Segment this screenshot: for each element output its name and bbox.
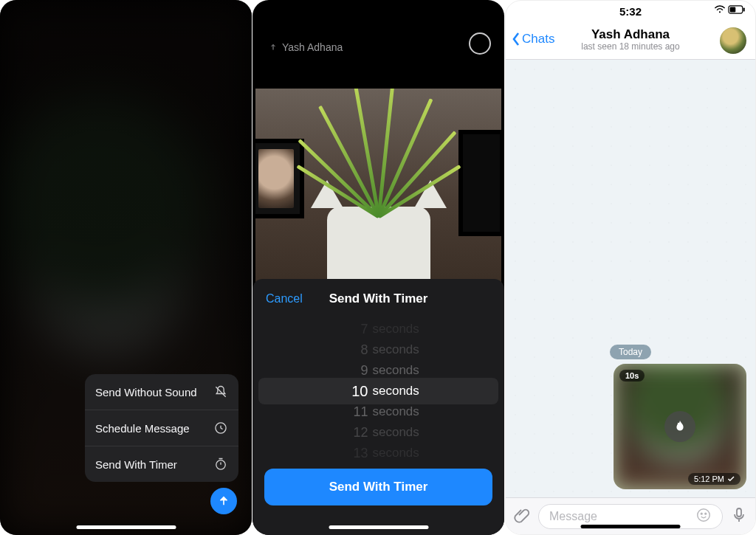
menu-item-schedule-message[interactable]: Schedule Message — [85, 410, 238, 446]
input-bar: Message — [506, 497, 755, 534]
message-bubble-media[interactable]: 10s 5:12 PM — [614, 364, 746, 489]
picker-row[interactable]: 12seconds — [252, 422, 504, 443]
nav-bar: Chats Yash Adhana last seen 18 minutes a… — [506, 21, 755, 60]
cancel-button[interactable]: Cancel — [266, 292, 303, 306]
svg-rect-9 — [737, 508, 741, 517]
timer-picker[interactable]: 7seconds 8seconds 9seconds 10seconds 11s… — [252, 319, 504, 463]
picker-row[interactable]: 11seconds — [252, 401, 504, 422]
fire-icon — [664, 411, 695, 442]
status-time: 5:32 — [619, 5, 642, 18]
screen-send-options: Send Without Sound Schedule Message Send… — [0, 0, 252, 535]
send-with-timer-button[interactable]: Send With Timer — [264, 469, 492, 505]
svg-point-7 — [701, 513, 702, 514]
home-indicator — [581, 525, 681, 528]
chat-body[interactable]: Today 10s 5:12 PM — [506, 60, 755, 497]
recipient-name: Yash Adhana — [282, 41, 343, 53]
menu-item-label: Send Without Sound — [95, 386, 197, 398]
timer-sheet: Cancel Send With Timer 7seconds 8seconds… — [252, 279, 504, 535]
input-placeholder: Message — [549, 510, 597, 523]
svg-point-2 — [719, 11, 721, 13]
picker-row[interactable]: 13seconds — [252, 443, 504, 463]
svg-point-6 — [698, 508, 710, 521]
picker-row[interactable]: 9seconds — [252, 360, 504, 381]
svg-point-8 — [705, 513, 707, 514]
battery-icon — [727, 5, 746, 14]
timer-icon — [213, 457, 228, 472]
sticker-icon[interactable] — [695, 507, 712, 526]
home-indicator — [329, 525, 428, 529]
screen-timer-picker: Yash Adhana Cancel Send With Timer 7seco… — [252, 0, 504, 535]
back-button[interactable]: Chats — [512, 32, 554, 46]
photo-preview — [255, 89, 501, 288]
home-indicator — [76, 525, 176, 529]
picker-row[interactable]: 8seconds — [252, 339, 504, 360]
date-pill: Today — [610, 345, 651, 359]
menu-item-send-without-sound[interactable]: Send Without Sound — [85, 374, 238, 410]
menu-item-label: Send With Timer — [95, 458, 177, 471]
menu-item-label: Schedule Message — [95, 422, 190, 435]
select-toggle-circle[interactable] — [469, 32, 491, 55]
mic-button[interactable] — [730, 506, 748, 527]
svg-rect-4 — [730, 7, 736, 13]
screen-chat: 5:32 Chats Yash Adhana last seen 18 minu… — [505, 0, 756, 535]
button-label: Send With Timer — [329, 480, 428, 494]
send-button[interactable] — [210, 488, 237, 514]
status-bar: 5:32 — [506, 1, 755, 21]
bell-off-icon — [213, 384, 228, 399]
recipient-chip[interactable]: Yash Adhana — [269, 41, 343, 53]
context-menu: Send Without Sound Schedule Message Send… — [85, 374, 238, 482]
timer-badge: 10s — [619, 370, 645, 382]
wifi-icon — [714, 5, 726, 14]
avatar[interactable] — [720, 27, 746, 54]
menu-item-send-with-timer[interactable]: Send With Timer — [85, 446, 238, 482]
picker-row[interactable]: 7seconds — [252, 319, 504, 339]
svg-rect-5 — [743, 7, 745, 11]
attach-button[interactable] — [513, 506, 531, 527]
back-label: Chats — [522, 32, 554, 46]
sheet-title: Send With Timer — [329, 291, 428, 306]
picker-row-selected[interactable]: 10seconds — [252, 381, 504, 401]
message-timestamp: 5:12 PM — [688, 473, 740, 485]
clock-icon — [213, 421, 228, 435]
